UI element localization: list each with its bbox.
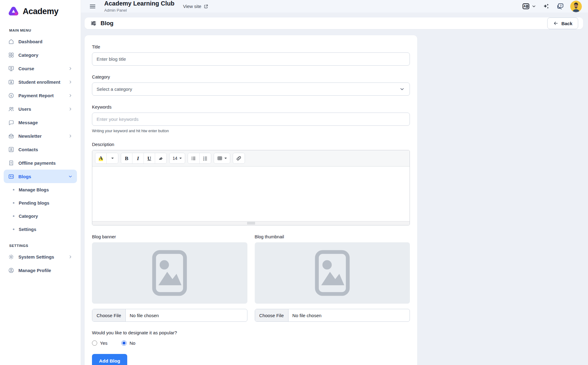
language-switcher[interactable]: A: [522, 2, 536, 10]
underline-icon: U: [147, 156, 151, 161]
thumbnail-file-input[interactable]: Choose File No file chosen: [255, 309, 410, 322]
clear-format-button[interactable]: [155, 153, 166, 163]
font-color-dropdown[interactable]: [107, 153, 118, 163]
sidebar-item-label: Users: [18, 106, 31, 112]
home-icon: [8, 38, 14, 45]
table-button[interactable]: [214, 153, 230, 163]
unordered-list-button[interactable]: [188, 153, 200, 163]
main-menu-heading: MAIN MENU: [9, 29, 81, 32]
sidebar-item-contacts[interactable]: Contacts: [4, 143, 77, 156]
caret-down-icon: [111, 158, 114, 159]
sidebar-item-label: Manage Profile: [18, 268, 51, 273]
help-chat-icon[interactable]: ?: [556, 2, 564, 10]
editor-resize-bar[interactable]: [92, 221, 410, 225]
file-status-text: No file chosen: [126, 309, 163, 321]
external-link-icon: [204, 4, 208, 9]
blog-card-icon: [8, 173, 14, 180]
sidebar-item-label: System Settings: [18, 254, 54, 259]
category-select[interactable]: Select a category: [92, 83, 410, 96]
site-title-block: Academy Learning Club Admin Panel: [104, 0, 174, 13]
category-select-value: Select a category: [97, 86, 132, 92]
bullet-dot-icon: [13, 229, 14, 230]
sparkles-icon[interactable]: [542, 2, 550, 10]
blog-title-input[interactable]: [92, 52, 410, 66]
site-title: Academy Learning Club: [104, 0, 174, 7]
topbar: Academy Learning Club Admin Panel View s…: [81, 0, 588, 13]
sidebar-subitem-label: Manage Blogs: [19, 187, 49, 192]
chevron-down-icon: [532, 4, 536, 9]
sidebar-subitem-category[interactable]: Category: [4, 209, 77, 223]
add-blog-button[interactable]: Add Blog: [92, 354, 127, 365]
sidebar-item-dashboard[interactable]: Dashboard: [4, 35, 77, 48]
sidebar-item-newsletter[interactable]: Newsletter: [4, 129, 77, 143]
italic-button[interactable]: I: [132, 153, 144, 163]
link-icon: [236, 156, 242, 161]
numbered-list-button[interactable]: 123: [200, 153, 211, 163]
highlight-a-icon: A: [99, 156, 103, 161]
sidebar-item-users[interactable]: Users: [4, 102, 77, 116]
popular-no-radio[interactable]: [121, 340, 127, 346]
chevron-right-icon: [68, 80, 73, 84]
font-color-group: A: [95, 153, 118, 164]
keywords-input[interactable]: [92, 113, 410, 126]
keywords-helper-text: Writing your keyword and hit htw enter b…: [92, 129, 410, 133]
chevron-right-icon: [68, 134, 73, 138]
popular-no-option[interactable]: No: [121, 340, 135, 346]
popular-no-label: No: [129, 340, 135, 346]
contact-card-icon: [8, 146, 14, 153]
main-area: Academy Learning Club Admin Panel View s…: [81, 0, 588, 365]
popular-yes-option[interactable]: Yes: [92, 340, 107, 346]
sidebar-item-manage-profile[interactable]: Manage Profile: [4, 263, 77, 277]
view-site-label: View site: [183, 4, 201, 9]
underline-button[interactable]: U: [144, 153, 155, 163]
bold-button[interactable]: B: [121, 153, 132, 163]
font-color-button[interactable]: A: [95, 153, 107, 163]
sidebar-item-system-settings[interactable]: System Settings: [4, 250, 77, 263]
sidebar-subitem-settings[interactable]: Settings: [4, 223, 77, 236]
envelope-icon: [8, 133, 14, 139]
editor-toolbar: A B I U: [92, 150, 410, 167]
svg-text:A: A: [524, 5, 526, 8]
category-field: Category Select a category: [92, 75, 410, 96]
sidebar-subitem-manage-blogs[interactable]: Manage Blogs: [4, 183, 77, 196]
sidebar-item-payment-report[interactable]: $ Payment Report: [4, 89, 77, 102]
bold-icon: B: [125, 156, 128, 161]
choose-file-button[interactable]: Choose File: [255, 309, 288, 321]
sidebar-item-blogs[interactable]: Blogs: [4, 170, 77, 183]
editor-content-area[interactable]: [92, 167, 410, 221]
sidebar-item-label: Student enrollment: [18, 79, 60, 85]
page-title: Blog: [101, 20, 113, 27]
hamburger-menu-icon[interactable]: [88, 2, 97, 11]
insert-link-button[interactable]: [233, 153, 245, 163]
chevron-right-icon: [68, 107, 73, 111]
user-avatar[interactable]: [570, 1, 582, 12]
back-button-label: Back: [561, 21, 572, 26]
chevron-down-icon: [68, 174, 73, 179]
sidebar-item-offline-payments[interactable]: Offline payments: [4, 156, 77, 170]
popular-yes-radio[interactable]: [92, 340, 97, 346]
sidebar-subitem-pending-blogs[interactable]: Pending blogs: [4, 196, 77, 209]
category-label: Category: [92, 75, 410, 79]
popular-radio-group: Yes No: [92, 340, 410, 346]
settings-nav: System Settings Manage Profile: [0, 250, 81, 277]
dollar-circle-icon: $: [8, 92, 14, 99]
chevron-right-icon: [68, 255, 73, 259]
sidebar-item-message[interactable]: Message: [4, 116, 77, 129]
bullet-dot-icon: [13, 202, 14, 204]
sidebar-item-label: Message: [18, 120, 38, 125]
back-button[interactable]: Back: [547, 17, 578, 29]
banner-file-input[interactable]: Choose File No file chosen: [92, 309, 247, 322]
chevron-right-icon: [68, 93, 73, 98]
title-field: Title: [92, 44, 410, 66]
brand-logo[interactable]: Academy: [0, 0, 81, 21]
choose-file-button[interactable]: Choose File: [92, 309, 126, 321]
font-size-dropdown[interactable]: 14: [170, 153, 185, 163]
brand-name: Academy: [23, 7, 59, 16]
sidebar-item-student-enrollment[interactable]: Student enrollment: [4, 75, 77, 89]
view-site-link[interactable]: View site: [183, 4, 208, 9]
font-size-value: 14: [173, 156, 178, 161]
chat-bubble-icon: [8, 119, 14, 126]
sidebar-item-course[interactable]: Course: [4, 62, 77, 75]
sidebar-subitem-label: Settings: [19, 227, 36, 232]
sidebar-item-category[interactable]: Category: [4, 48, 77, 62]
